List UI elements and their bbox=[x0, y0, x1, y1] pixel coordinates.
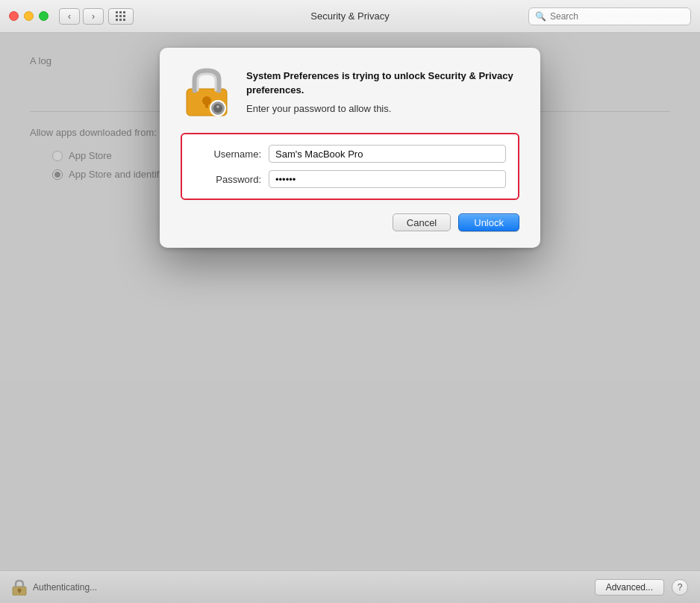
titlebar: ‹ › Security & Privacy 🔍 bbox=[0, 0, 700, 33]
auth-modal: System Preferences is trying to unlock S… bbox=[160, 48, 540, 248]
modal-title: System Preferences is trying to unlock S… bbox=[246, 69, 519, 96]
minimize-button[interactable] bbox=[24, 11, 34, 21]
help-button[interactable]: ? bbox=[672, 579, 688, 596]
cancel-button[interactable]: Cancel bbox=[393, 213, 451, 231]
grid-icon bbox=[116, 11, 126, 22]
back-button[interactable]: ‹ bbox=[59, 8, 80, 25]
username-input[interactable] bbox=[269, 145, 506, 163]
maximize-button[interactable] bbox=[39, 11, 49, 21]
modal-text: System Preferences is trying to unlock S… bbox=[246, 66, 519, 118]
search-icon: 🔍 bbox=[535, 11, 546, 22]
advanced-button[interactable]: Advanced... bbox=[595, 579, 664, 596]
svg-point-5 bbox=[216, 105, 219, 108]
window-controls bbox=[9, 11, 49, 21]
search-input[interactable] bbox=[550, 11, 684, 22]
username-label: Username: bbox=[194, 149, 261, 160]
close-button[interactable] bbox=[9, 11, 19, 21]
lock-small-icon bbox=[12, 579, 27, 596]
modal-header: System Preferences is trying to unlock S… bbox=[181, 66, 519, 118]
main-content: A log Allow apps downloaded from: App St… bbox=[0, 33, 700, 570]
password-label: Password: bbox=[194, 174, 261, 185]
search-box[interactable]: 🔍 bbox=[528, 7, 691, 25]
window-title: Security & Privacy bbox=[310, 10, 389, 22]
svg-rect-2 bbox=[205, 102, 208, 108]
bottom-bar: Authenticating... Advanced... ? bbox=[0, 570, 700, 603]
credentials-form: Username: Password: bbox=[181, 133, 519, 200]
lock-icon bbox=[181, 66, 233, 118]
modal-buttons: Cancel Unlock bbox=[181, 213, 519, 231]
nav-buttons: ‹ › bbox=[59, 8, 104, 25]
auth-text: Authenticating... bbox=[33, 582, 97, 593]
svg-rect-8 bbox=[19, 591, 20, 593]
username-row: Username: bbox=[194, 145, 506, 163]
unlock-button[interactable]: Unlock bbox=[458, 213, 519, 231]
forward-button[interactable]: › bbox=[83, 8, 104, 25]
modal-overlay: System Preferences is trying to unlock S… bbox=[0, 33, 700, 570]
password-input[interactable] bbox=[269, 170, 506, 188]
password-row: Password: bbox=[194, 170, 506, 188]
modal-subtitle: Enter your password to allow this. bbox=[246, 103, 519, 114]
grid-button[interactable] bbox=[108, 8, 134, 25]
